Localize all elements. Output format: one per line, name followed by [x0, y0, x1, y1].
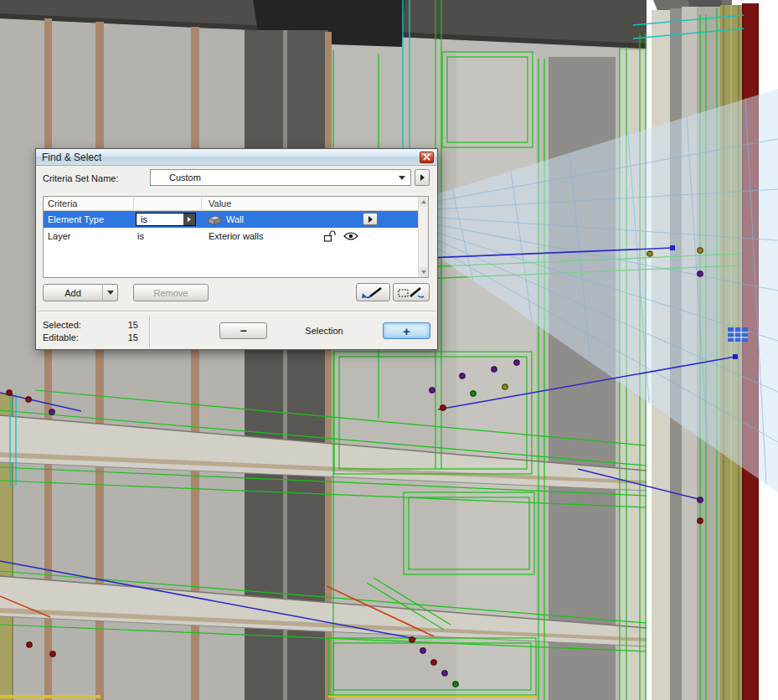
- arrow-right-icon: [188, 217, 191, 222]
- close-icon: [423, 153, 430, 161]
- scroll-up-button[interactable]: [419, 197, 428, 207]
- submenu-arrow-icon: [420, 174, 425, 181]
- criteria-set-menu-button[interactable]: [415, 169, 430, 186]
- editable-count-value: 15: [113, 332, 138, 342]
- marquee-eyedropper-icon: [397, 286, 425, 300]
- deselect-button[interactable]: −: [219, 322, 267, 339]
- add-button-label: Add: [64, 288, 81, 298]
- chevron-down-icon: [107, 291, 114, 295]
- dialog-title: Find & Select: [39, 152, 420, 163]
- chevron-down-icon: [399, 176, 405, 180]
- criteria-table: Criteria Value Element Type is: [43, 196, 429, 278]
- table-scrollbar[interactable]: [418, 197, 428, 277]
- column-header-value: Value: [209, 198, 231, 208]
- find-select-dialog: Find & Select Criteria Set Name: Custom …: [35, 148, 438, 350]
- selection-label: Selection: [286, 326, 362, 336]
- criteria-cell: Element Type: [48, 214, 104, 224]
- operator-cell: is: [137, 231, 144, 241]
- operator-arrow[interactable]: [183, 214, 195, 225]
- column-divider: [201, 198, 202, 209]
- dialog-titlebar[interactable]: Find & Select: [36, 149, 437, 166]
- selected-count-label: Selected:: [43, 320, 81, 330]
- table-row[interactable]: Layer is Exterior walls: [44, 228, 418, 244]
- pick-up-settings-button[interactable]: [356, 283, 390, 301]
- criteria-cell: Layer: [48, 231, 71, 241]
- arrow-right-icon: [368, 216, 373, 223]
- plus-glyph: +: [403, 324, 410, 338]
- selected-count-value: 15: [113, 320, 138, 330]
- remove-button[interactable]: Remove: [133, 284, 209, 301]
- table-row[interactable]: Element Type is Wall: [44, 211, 418, 228]
- unlock-icon: [323, 230, 336, 244]
- editable-count-label: Editable:: [43, 332, 79, 342]
- marquee-pick-up-button[interactable]: [393, 283, 430, 301]
- column-header-criteria: Criteria: [48, 198, 77, 208]
- criteria-set-combobox[interactable]: Custom: [150, 169, 411, 186]
- close-button[interactable]: [420, 152, 434, 163]
- arrow-up-icon: [421, 200, 426, 203]
- eyedropper-icon: [361, 286, 386, 300]
- horizontal-separator: [38, 311, 435, 312]
- remove-button-label: Remove: [154, 288, 188, 298]
- wall-icon: [208, 214, 222, 227]
- value-cell: Exterior walls: [209, 231, 263, 241]
- column-divider: [133, 198, 134, 209]
- vertical-separator: [149, 316, 151, 347]
- arrow-down-icon: [421, 270, 426, 274]
- add-button[interactable]: Add: [43, 284, 103, 301]
- operator-combobox[interactable]: is: [136, 213, 196, 226]
- criteria-set-label: Criteria Set Name:: [43, 173, 118, 183]
- select-button[interactable]: +: [383, 322, 430, 339]
- minus-glyph: −: [240, 324, 246, 337]
- scroll-down-button[interactable]: [419, 267, 428, 277]
- application-window: Find & Select Criteria Set Name: Custom …: [0, 0, 778, 700]
- value-cell: Wall: [226, 214, 244, 224]
- add-dropdown-button[interactable]: [102, 284, 118, 301]
- 3d-viewport[interactable]: [0, 0, 778, 700]
- operator-value: is: [137, 214, 183, 224]
- criteria-set-value: Custom: [151, 172, 399, 183]
- eye-icon: [343, 231, 358, 243]
- value-menu-button[interactable]: [363, 213, 378, 225]
- table-header: Criteria Value: [44, 197, 418, 211]
- grid-marker-icon: [728, 327, 748, 342]
